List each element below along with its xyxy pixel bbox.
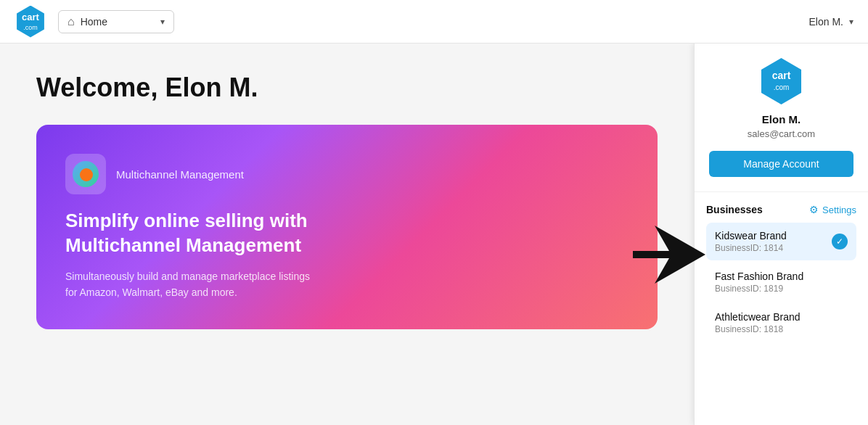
business-name: Kidswear Brand [715,230,787,242]
logo-wordmark: cart [22,12,39,22]
businesses-section: Businesses ⚙ Settings Kidswear Brand Bus… [695,192,868,425]
pointer-arrow [633,226,705,284]
header: cart .com ⌂ Home ▾ Elon M. ▾ [0,0,868,44]
active-check-icon: ✓ [832,234,848,249]
header-user-chevron[interactable]: ▾ [849,17,853,27]
content-area: Welcome, Elon M. Multichannel Management… [0,44,694,425]
banner-top: Multichannel Management [65,154,629,194]
business-item-athleticwear[interactable]: Athleticwear Brand BusinessID: 1818 [706,304,856,342]
business-id: BusinessID: 1819 [715,284,803,294]
logo-shape: cart .com [15,6,46,38]
banner-title: Simplify online selling withMultichannel… [65,209,629,258]
header-right: Elon M. ▾ [809,16,853,28]
user-dropdown-panel: cart .com Elon M. sales@cart.com Manage … [694,44,868,425]
home-nav-dropdown[interactable]: ⌂ Home ▾ [58,10,174,33]
banner-icon-container [65,154,106,194]
dropdown-user-email: sales@cart.com [748,128,815,139]
dropdown-logo: cart .com [758,58,805,104]
settings-link[interactable]: ⚙ Settings [809,204,856,215]
businesses-label: Businesses [706,204,763,215]
home-nav-chevron: ▾ [160,17,165,27]
gear-icon: ⚙ [809,204,819,215]
businesses-header: Businesses ⚙ Settings [706,204,856,215]
main-wrapper: Welcome, Elon M. Multichannel Management… [0,44,868,425]
dropdown-logo-com: .com [774,83,790,91]
business-id: BusinessID: 1814 [715,243,787,253]
header-left: cart .com ⌂ Home ▾ [15,6,174,38]
business-item-fastfashion[interactable]: Fast Fashion Brand BusinessID: 1819 [706,263,856,301]
dropdown-user-name: Elon M. [762,113,801,125]
business-id: BusinessID: 1818 [715,324,801,334]
business-name: Athleticwear Brand [715,311,801,323]
manage-account-button[interactable]: Manage Account [709,151,853,177]
home-icon: ⌂ [67,15,75,28]
logo-com: .com [23,24,38,31]
banner-subtitle: Multichannel Management [116,168,244,181]
header-user-name: Elon M. [809,16,843,28]
home-nav-label: Home [81,16,107,28]
logo[interactable]: cart .com [15,6,46,38]
banner-description: Simultaneously build and manage marketpl… [65,268,414,301]
banner-card: Multichannel Management Simplify online … [36,125,658,329]
settings-label: Settings [822,205,856,215]
business-name: Fast Fashion Brand [715,271,803,282]
svg-marker-0 [633,226,705,284]
business-item-kidswear[interactable]: Kidswear Brand BusinessID: 1814 ✓ [706,223,856,260]
multichannel-icon [73,161,99,187]
dropdown-logo-wordmark: cart [772,70,791,81]
dropdown-header: cart .com Elon M. sales@cart.com Manage … [695,58,868,192]
welcome-heading: Welcome, Elon M. [36,73,658,103]
